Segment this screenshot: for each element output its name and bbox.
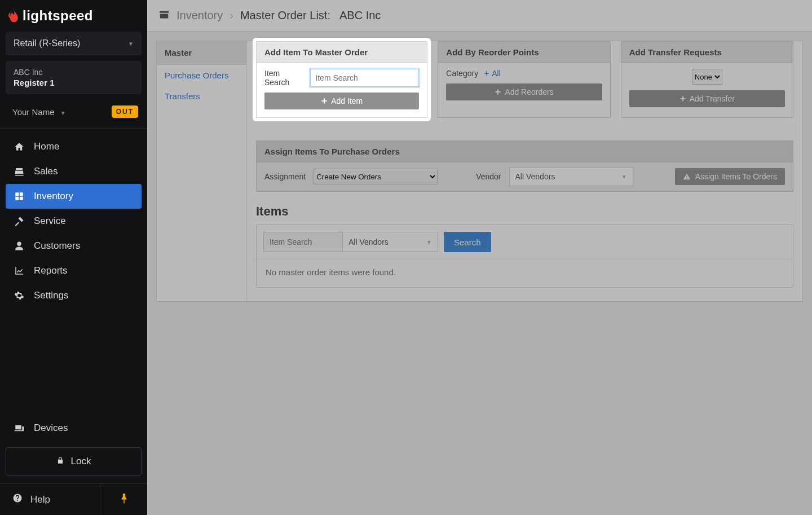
vendor-dropdown[interactable]: All Vendors ▼: [509, 167, 633, 186]
home-icon: [14, 142, 25, 152]
items-heading: Items: [256, 204, 793, 219]
items-vendor-dropdown[interactable]: All Vendors ▼: [342, 232, 438, 252]
chevron-down-icon: ▼: [128, 41, 134, 47]
nav-customers[interactable]: Customers: [6, 234, 142, 258]
panel: Master Purchase Orders Transfers Add Ite…: [156, 41, 803, 302]
breadcrumb-entity: ABC Inc: [339, 9, 381, 22]
devices-icon: [14, 423, 25, 433]
help-label: Help: [30, 494, 50, 505]
nav-sales[interactable]: Sales: [6, 159, 142, 184]
gear-icon: [14, 290, 25, 301]
content: Master Purchase Orders Transfers Add Ite…: [147, 32, 812, 515]
user-icon: [14, 241, 25, 251]
assignment-select[interactable]: Create New Orders: [314, 169, 438, 184]
sidebar-footer: Help: [0, 483, 147, 515]
plus-icon: [495, 89, 501, 95]
chart-icon: [14, 266, 25, 276]
plus-icon: [321, 98, 328, 104]
item-search-label: Item Search: [264, 69, 304, 87]
items-empty-message: No master order items were found.: [257, 259, 793, 287]
add-reorders-button[interactable]: Add Reorders: [446, 83, 602, 100]
brand-text: lightspeed: [23, 8, 93, 24]
nav-devices[interactable]: Devices: [6, 416, 142, 441]
user-name: Your Name: [12, 107, 55, 117]
breadcrumb-page: Master Order List:: [240, 9, 330, 22]
nav-label: Service: [34, 215, 66, 227]
pin-icon: [120, 494, 128, 505]
flame-icon: [7, 8, 19, 24]
chevron-down-icon: ▼: [60, 110, 66, 116]
assign-items-button[interactable]: Assign Items To Orders: [675, 168, 785, 185]
subnav-header: Master: [157, 41, 246, 65]
card-reorder-title: Add By Reorder Points: [438, 42, 610, 63]
items-search-input[interactable]: [263, 232, 342, 252]
nav-reports[interactable]: Reports: [6, 258, 142, 283]
subnav-transfers[interactable]: Transfers: [157, 86, 246, 107]
card-reorder: Add By Reorder Points Category All: [438, 41, 610, 118]
nav-label: Customers: [34, 240, 80, 252]
register-icon: [14, 166, 25, 177]
add-transfer-button[interactable]: Add Transfer: [629, 90, 785, 107]
lock-label: Lock: [71, 456, 91, 467]
card-transfer: Add Transfer Requests None Add Transfer: [621, 41, 793, 118]
chevron-down-icon: ▼: [426, 239, 432, 245]
card-add-item-title: Add Item To Master Order: [257, 42, 427, 63]
product-selector-label: Retail (R-Series): [14, 38, 80, 49]
category-all-text: All: [492, 69, 501, 78]
nav-settings[interactable]: Settings: [6, 283, 142, 308]
register-name: Register 1: [14, 78, 134, 87]
user-row: Your Name ▼ OUT: [0, 100, 147, 128]
help-button[interactable]: Help: [0, 484, 100, 515]
nav-label: Sales: [34, 166, 58, 177]
chevron-right-icon: ›: [230, 9, 233, 22]
boxes-icon: [14, 191, 25, 201]
add-reorders-label: Add Reorders: [505, 87, 553, 96]
add-item-button[interactable]: Add Item: [264, 93, 419, 109]
vendor-value: All Vendors: [515, 172, 555, 181]
item-search-input[interactable]: [310, 69, 419, 87]
lock-button[interactable]: Lock: [6, 447, 142, 476]
vendor-label: Vendor: [476, 172, 501, 181]
product-selector[interactable]: Retail (R-Series) ▼: [6, 32, 142, 55]
nav-label: Reports: [34, 265, 68, 276]
nav-label: Devices: [34, 422, 68, 434]
breadcrumb-root[interactable]: Inventory: [176, 9, 223, 22]
assign-card: Assign Items To Purchase Orders Assignme…: [256, 140, 793, 192]
help-icon: [12, 493, 23, 506]
add-item-label: Add Item: [331, 96, 363, 105]
add-transfer-label: Add Transfer: [690, 94, 735, 103]
breadcrumb-bar: Inventory › Master Order List: ABC Inc: [147, 0, 812, 32]
company-box[interactable]: ABC Inc Register 1: [6, 61, 142, 94]
plus-icon: [484, 71, 489, 76]
panel-body: Add Item To Master Order Item Search Add…: [247, 41, 802, 301]
user-menu[interactable]: Your Name ▼: [12, 107, 66, 117]
archive-icon: [158, 9, 170, 22]
top-cards: Add Item To Master Order Item Search Add…: [256, 41, 793, 118]
brand-logo: lightspeed: [0, 0, 147, 32]
nav-label: Inventory: [34, 191, 73, 202]
main-nav: Home Sales Inventory Service Customers R…: [0, 132, 147, 310]
assign-button-label: Assign Items To Orders: [695, 172, 777, 181]
clock-status-badge[interactable]: OUT: [112, 105, 138, 118]
search-button[interactable]: Search: [444, 232, 491, 252]
nav-service[interactable]: Service: [6, 209, 142, 234]
chevron-down-icon: ▼: [621, 174, 627, 180]
nav-label: Settings: [34, 290, 68, 301]
hammer-icon: [14, 216, 25, 226]
sidebar: lightspeed Retail (R-Series) ▼ ABC Inc R…: [0, 0, 147, 515]
category-all-link[interactable]: All: [484, 69, 501, 78]
pin-button[interactable]: [100, 484, 147, 515]
plus-icon: [679, 95, 686, 102]
subnav-purchase-orders[interactable]: Purchase Orders: [157, 65, 246, 86]
assignment-label: Assignment: [264, 172, 306, 181]
transfer-select[interactable]: None: [692, 69, 722, 85]
card-add-item-highlight: Add Item To Master Order Item Search Add…: [256, 41, 427, 118]
nav-inventory[interactable]: Inventory: [6, 184, 142, 209]
main: Inventory › Master Order List: ABC Inc M…: [147, 0, 812, 515]
category-label: Category: [446, 69, 478, 78]
items-box: All Vendors ▼ Search No master order ite…: [256, 225, 793, 288]
subnav: Master Purchase Orders Transfers: [157, 41, 247, 301]
nav-home[interactable]: Home: [6, 134, 142, 159]
lock-icon: [56, 456, 64, 468]
company-name: ABC Inc: [14, 68, 134, 77]
